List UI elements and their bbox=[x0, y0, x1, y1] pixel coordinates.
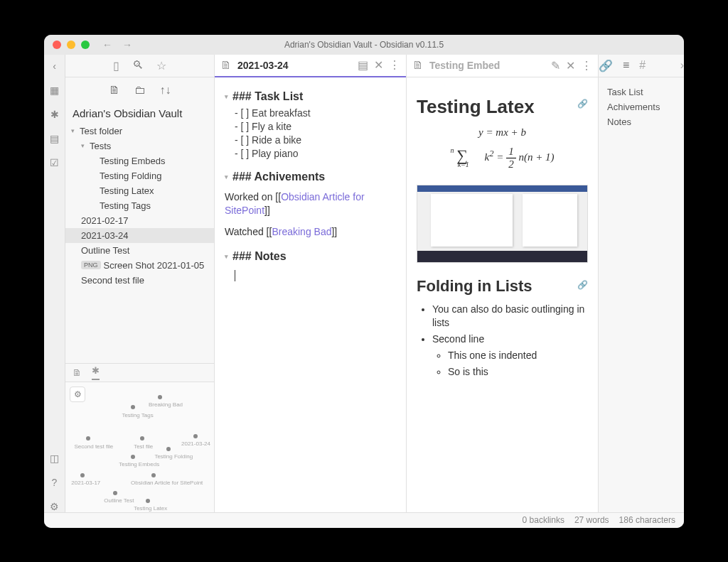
vault-name: Adrian's Obsidian Vault bbox=[65, 103, 214, 124]
help-icon[interactable]: ? bbox=[52, 477, 58, 488]
file-explorer-tab-icon[interactable]: ▯ bbox=[113, 59, 119, 72]
daily-note-icon[interactable]: ▤ bbox=[50, 133, 59, 144]
close-pane-icon[interactable]: ✕ bbox=[566, 59, 575, 72]
list-item: So is this bbox=[448, 365, 588, 379]
collapse-right-icon[interactable]: › bbox=[680, 59, 684, 72]
app-window: ← → Adrian's Obsidian Vault - Obsidian v… bbox=[44, 35, 684, 528]
editor-content[interactable]: ▾### Task List - [ ] Eat breakfast - [ ]… bbox=[215, 77, 406, 512]
maximize-button[interactable] bbox=[81, 40, 90, 49]
preview-pane: 🗎 Testing Embed ✎ ✕ ⋮ Testing Latex🔗 y =… bbox=[407, 55, 599, 512]
left-ribbon: ‹ ▦ ✱ ▤ ☑ ◫ ? ⚙ bbox=[44, 55, 65, 512]
preview-toggle-icon[interactable]: ▤ bbox=[358, 58, 368, 72]
tree-folder[interactable]: ▾Test folder bbox=[65, 124, 214, 139]
close-button[interactable] bbox=[53, 40, 61, 49]
local-graph-pane: 🗎 ✱ ⚙ Breaking Bad Testing Tags Second t… bbox=[65, 363, 214, 512]
tree-file[interactable]: Outline Test bbox=[65, 243, 214, 258]
tree-file[interactable]: Testing Tags bbox=[65, 198, 214, 213]
nav-back-icon[interactable]: ← bbox=[102, 39, 112, 50]
heading-link-icon[interactable]: 🔗 bbox=[577, 280, 588, 290]
outline-item[interactable]: Achivements bbox=[607, 99, 675, 114]
file-tree: ▾Test folder ▾Tests Testing Embeds Testi… bbox=[65, 124, 214, 363]
status-backlinks[interactable]: 0 backlinks bbox=[523, 515, 564, 525]
status-bar: 0 backlinks 27 words 186 characters bbox=[44, 512, 684, 528]
note-icon: 🗎 bbox=[220, 59, 232, 72]
more-options-icon[interactable]: ⋮ bbox=[581, 59, 592, 72]
tree-file[interactable]: Testing Latex bbox=[65, 183, 214, 198]
backlinks-tab-icon[interactable]: 🔗 bbox=[599, 59, 613, 72]
list-item: Second line This one is indented So is t… bbox=[432, 333, 588, 379]
settings-icon[interactable]: ⚙ bbox=[50, 501, 59, 512]
graph-file-tab-icon[interactable]: 🗎 bbox=[73, 367, 82, 378]
math-block: n ∑ k=1 k2 = 12 n(n + 1) bbox=[417, 146, 588, 171]
tree-file[interactable]: Testing Embeds bbox=[65, 153, 214, 168]
status-chars: 186 characters bbox=[619, 515, 675, 525]
more-options-icon[interactable]: ⋮ bbox=[389, 58, 400, 72]
outline-item[interactable]: Notes bbox=[607, 114, 675, 129]
embedded-image bbox=[417, 185, 588, 263]
outline-item[interactable]: Task List bbox=[607, 85, 675, 99]
list-item: This one is indented bbox=[448, 349, 588, 363]
preview-title[interactable]: Testing Embed bbox=[429, 60, 545, 71]
close-pane-icon[interactable]: ✕ bbox=[374, 58, 383, 72]
traffic-lights bbox=[53, 40, 90, 49]
new-note-icon[interactable]: 🗎 bbox=[109, 84, 120, 97]
starred-tab-icon[interactable]: ☆ bbox=[156, 59, 166, 72]
editor-pane: 🗎 2021-03-24 ▤ ✕ ⋮ ▾### Task List - [ ] … bbox=[215, 55, 407, 512]
tree-file[interactable]: Second test file bbox=[65, 273, 214, 288]
search-tab-icon[interactable]: 🔍︎ bbox=[132, 59, 144, 72]
new-folder-icon[interactable]: 🗀 bbox=[134, 84, 146, 97]
graph-canvas[interactable]: ⚙ Breaking Bad Testing Tags Second test … bbox=[65, 382, 214, 512]
outline-tab-icon[interactable]: ≡ bbox=[623, 59, 629, 72]
tree-file[interactable]: 2021-02-17 bbox=[65, 213, 214, 228]
edit-toggle-icon[interactable]: ✎ bbox=[551, 59, 560, 72]
editor-title[interactable]: 2021-03-24 bbox=[237, 60, 352, 71]
tree-folder[interactable]: ▾Tests bbox=[65, 139, 214, 153]
status-words: 27 words bbox=[574, 515, 609, 525]
sidebar: ▯ 🔍︎ ☆ 🗎 🗀 ↑↓ Adrian's Obsidian Vault ▾T… bbox=[65, 55, 215, 512]
graph-view-icon[interactable]: ✱ bbox=[50, 109, 59, 120]
graph-settings-icon[interactable]: ⚙ bbox=[70, 387, 85, 402]
sidebar-collapse-icon[interactable]: ‹ bbox=[53, 60, 56, 72]
tags-tab-icon[interactable]: # bbox=[639, 59, 646, 72]
outline-list: Task List Achivements Notes bbox=[599, 77, 684, 136]
nav-forward-icon[interactable]: → bbox=[122, 39, 132, 50]
minimize-button[interactable] bbox=[67, 40, 75, 49]
tree-file[interactable]: PNGScreen Shot 2021-01-05 bbox=[65, 258, 214, 273]
note-icon: 🗎 bbox=[412, 59, 424, 72]
preview-content[interactable]: Testing Latex🔗 y = mx + b n ∑ k=1 k2 = 1… bbox=[407, 77, 598, 512]
quick-switcher-icon[interactable]: ▦ bbox=[50, 85, 59, 96]
vault-icon[interactable]: ◫ bbox=[50, 453, 59, 464]
graph-tab-icon[interactable]: ✱ bbox=[92, 365, 100, 380]
text-cursor bbox=[235, 270, 235, 281]
tree-file[interactable]: Testing Folding bbox=[65, 168, 214, 183]
template-icon[interactable]: ☑ bbox=[50, 157, 59, 168]
sort-icon[interactable]: ↑↓ bbox=[160, 84, 171, 97]
math-block: y = mx + b bbox=[417, 126, 588, 139]
window-title: Adrian's Obsidian Vault - Obsidian v0.11… bbox=[284, 40, 444, 50]
list-item: You can also do basic outlinging in list… bbox=[432, 303, 588, 330]
right-sidebar: 🔗 ≡ # › Task List Achivements Notes bbox=[599, 55, 684, 512]
tree-file-active[interactable]: 2021-03-24 bbox=[65, 228, 214, 243]
heading-link-icon[interactable]: 🔗 bbox=[577, 99, 588, 109]
titlebar: ← → Adrian's Obsidian Vault - Obsidian v… bbox=[44, 35, 684, 55]
